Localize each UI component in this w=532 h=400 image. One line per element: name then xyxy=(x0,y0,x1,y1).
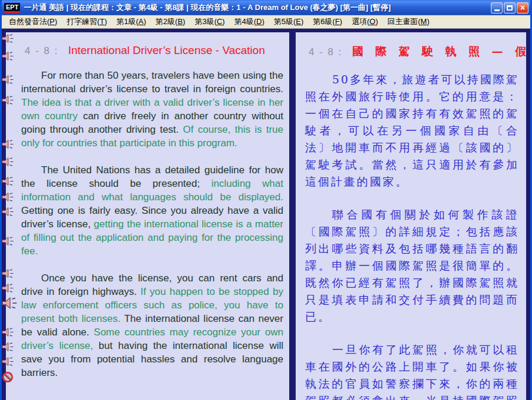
lesson-number: 4 - 8 : xyxy=(25,45,58,56)
speaker-icon[interactable] xyxy=(2,357,14,367)
window-controls: × xyxy=(491,2,528,14)
no-entry-icon xyxy=(2,371,14,383)
menu-item[interactable]: 第5級(E) xyxy=(269,15,309,28)
speaker-icon[interactable] xyxy=(2,342,14,352)
menu-item[interactable]: 第2級(B) xyxy=(151,15,190,28)
english-lesson-title: International Driver’s License - Vacatio… xyxy=(68,44,265,56)
speaker-column xyxy=(2,29,16,400)
english-paragraph-1: For more than 50 years, travelers have b… xyxy=(21,69,283,150)
menu-item[interactable]: 自然發音法(P) xyxy=(4,15,62,28)
app-window: EPT 一片通 美語 | 現在的課程：文章 - 第4級 - 第8課 | 現在的音… xyxy=(0,0,532,400)
window-title: 一片通 美語 | 現在的課程：文章 - 第4級 - 第8課 | 現在的音樂：1 … xyxy=(24,2,487,13)
speaker-icon[interactable] xyxy=(2,139,14,149)
menu-item[interactable]: 選項(O) xyxy=(347,15,383,28)
speaker-icon[interactable] xyxy=(2,327,14,337)
close-button[interactable]: × xyxy=(517,2,528,14)
speaker-icon[interactable] xyxy=(2,51,14,61)
english-panel: 4 - 8 : International Driver’s License -… xyxy=(6,32,289,400)
menu-item[interactable]: 第4級(D) xyxy=(229,15,269,28)
text-segment: For more than 50 years, travelers have b… xyxy=(21,70,283,95)
speaker-icon[interactable] xyxy=(2,192,14,202)
speaker-icon[interactable] xyxy=(2,207,14,217)
lesson-number: 4 - 8 : xyxy=(309,46,342,58)
chinese-lesson-title: 國 際 駕 駛 執 照 — 假 期 xyxy=(352,45,526,58)
english-title-row: 4 - 8 : International Driver’s License -… xyxy=(25,44,283,57)
speaker-icon[interactable] xyxy=(2,176,14,186)
content-area: 4 - 8 : International Driver’s License -… xyxy=(2,29,530,400)
speaker-icon[interactable] xyxy=(2,95,14,105)
speaker-icon[interactable] xyxy=(2,33,14,43)
minimize-button[interactable] xyxy=(491,2,503,14)
menu-item[interactable]: 打字練習(T) xyxy=(62,15,112,28)
chinese-paragraph-2: 聯合國有個關於如何製作該證〔國際駕照〕的詳細規定；包括應該列出哪些資料及包括哪幾… xyxy=(305,206,519,325)
chinese-paragraph-3: 一旦你有了此駕照，你就可以租車在國外的公路上開車了。如果你被執法的官員如警察攔下… xyxy=(305,341,519,400)
speaker-icon[interactable] xyxy=(2,236,14,246)
menu-item[interactable]: 第1級(A) xyxy=(112,15,151,28)
speaker-icon[interactable] xyxy=(2,75,14,85)
chinese-paragraph-1: 50多年來，旅遊者可以持國際駕照在外國旅行時使用。它的用意是：一個在自己的國家持… xyxy=(305,71,519,190)
speaker-icon[interactable] xyxy=(2,283,14,293)
speaker-icon-active[interactable] xyxy=(2,297,18,310)
chinese-panel: 4 - 8 : 國 際 駕 駛 執 照 — 假 期 50多年來，旅遊者可以持國際… xyxy=(296,32,526,400)
minimize-icon xyxy=(494,9,500,11)
menubar: 自然發音法(P)打字練習(T)第1級(A)第2級(B)第3級(C)第4級(D)第… xyxy=(2,15,530,29)
app-logo-icon: EPT xyxy=(4,3,20,13)
english-paragraph-3: Once you have the license, you can rent … xyxy=(21,271,283,379)
maximize-button[interactable] xyxy=(504,2,516,14)
titlebar[interactable]: EPT 一片通 美語 | 現在的課程：文章 - 第4級 - 第8課 | 現在的音… xyxy=(2,0,530,15)
menu-item[interactable]: 回主畫面(M) xyxy=(383,15,434,28)
chinese-title-row: 4 - 8 : 國 際 駕 駛 執 照 — 假 期 xyxy=(309,44,519,59)
close-icon: × xyxy=(520,4,525,12)
menu-item[interactable]: 第6級(F) xyxy=(308,15,347,28)
menu-item[interactable]: 第3級(C) xyxy=(190,15,229,28)
maximize-icon xyxy=(507,5,513,11)
english-paragraph-2: The United Nations has a detailed guidel… xyxy=(21,163,283,258)
speaker-icon[interactable] xyxy=(2,157,14,167)
speaker-icon[interactable] xyxy=(2,268,14,278)
